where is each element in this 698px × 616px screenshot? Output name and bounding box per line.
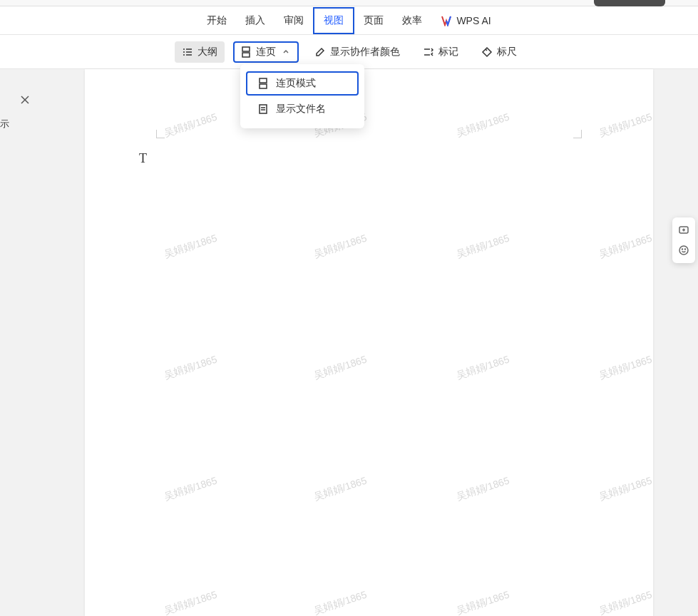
pen-icon xyxy=(314,46,326,58)
continuous-page-dropdown: 连页模式 显示文件名 xyxy=(240,64,364,128)
continuous-mode-label: 连页模式 xyxy=(276,77,316,90)
menu-efficiency[interactable]: 效率 xyxy=(393,9,431,33)
emoji-tool-button[interactable] xyxy=(674,240,694,260)
watermark: 吴娟娟/1865 xyxy=(163,232,219,262)
chevron-up-icon xyxy=(280,46,292,58)
marks-label: 标记 xyxy=(438,46,458,58)
svg-rect-12 xyxy=(260,84,267,88)
top-tabs-bar xyxy=(0,0,698,6)
watermark: 吴娟娟/1865 xyxy=(597,475,653,504)
document-page[interactable]: T 吴娟娟/1865吴娟娟/1865吴娟娟/1865吴娟娟/1865吴娟娟/18… xyxy=(85,69,653,616)
sidebar-label-partial: 示 xyxy=(0,118,9,130)
watermark: 吴娟娟/1865 xyxy=(312,232,369,262)
watermark: 吴娟娟/1865 xyxy=(312,589,369,616)
watermark: 吴娟娟/1865 xyxy=(312,354,369,383)
outline-label: 大纲 xyxy=(197,46,217,58)
menu-review[interactable]: 审阅 xyxy=(274,9,313,33)
left-sidebar: 示 xyxy=(0,69,40,616)
wps-ai-label: WPS AI xyxy=(456,15,491,26)
show-filename-label: 显示文件名 xyxy=(276,103,326,115)
svg-rect-11 xyxy=(260,78,267,83)
svg-point-21 xyxy=(679,246,688,255)
outline-icon xyxy=(182,46,193,58)
svg-line-10 xyxy=(486,49,487,51)
tab-shadow xyxy=(594,0,665,6)
watermark: 吴娟娟/1865 xyxy=(163,589,219,616)
svg-rect-6 xyxy=(242,47,250,51)
watermark: 吴娟娟/1865 xyxy=(597,111,653,140)
svg-rect-7 xyxy=(242,53,250,57)
watermark: 吴娟娟/1865 xyxy=(163,354,219,383)
continuous-page-icon xyxy=(240,46,252,58)
svg-point-22 xyxy=(682,249,683,250)
watermark: 吴娟娟/1865 xyxy=(163,111,219,140)
collab-color-button[interactable]: 显示协作者颜色 xyxy=(307,41,407,63)
continuous-mode-item[interactable]: 连页模式 xyxy=(246,71,359,96)
ruler-button[interactable]: 标尺 xyxy=(474,41,524,63)
document-container: T 吴娟娟/1865吴娟娟/1865吴娟娟/1865吴娟娟/1865吴娟娟/18… xyxy=(40,69,698,616)
continuous-page-label: 连页 xyxy=(256,46,276,58)
main-area: 示 T 吴娟娟/1865吴娟娟/1865吴娟娟/1865吴娟娟/1865吴娟娟/… xyxy=(0,69,698,616)
menu-page[interactable]: 页面 xyxy=(354,9,393,33)
close-sidebar-button[interactable] xyxy=(20,93,30,108)
outline-button[interactable]: 大纲 xyxy=(175,41,225,63)
watermark: 吴娟娟/1865 xyxy=(455,232,511,262)
menu-view[interactable]: 视图 xyxy=(313,7,354,34)
menu-insert[interactable]: 插入 xyxy=(236,9,274,33)
continuous-page-button[interactable]: 连页 xyxy=(233,41,299,63)
floating-tools xyxy=(672,217,695,263)
watermark: 吴娟娟/1865 xyxy=(455,475,511,504)
filename-icon xyxy=(257,103,269,115)
marks-button[interactable]: 标记 xyxy=(416,41,466,63)
ruler-label: 标尺 xyxy=(497,46,517,58)
watermark: 吴娟娟/1865 xyxy=(455,111,511,140)
text-cursor-glyph: T xyxy=(139,151,147,166)
marks-icon xyxy=(423,46,434,58)
watermark: 吴娟娟/1865 xyxy=(597,589,653,616)
collab-color-label: 显示协作者颜色 xyxy=(330,46,400,58)
menu-start[interactable]: 开始 xyxy=(197,9,236,33)
watermark: 吴娟娟/1865 xyxy=(312,475,369,504)
continuous-mode-icon xyxy=(257,78,269,89)
watermark: 吴娟娟/1865 xyxy=(597,232,653,262)
svg-point-23 xyxy=(685,249,686,250)
ruler-icon xyxy=(481,46,493,58)
menu-bar: 开始 插入 审阅 视图 页面 效率 WPS AI xyxy=(0,6,698,35)
page-margin-corner-tl xyxy=(156,130,165,138)
svg-rect-13 xyxy=(260,105,267,113)
watermark: 吴娟娟/1865 xyxy=(455,589,511,616)
show-filename-item[interactable]: 显示文件名 xyxy=(246,97,359,121)
wps-ai-button[interactable]: WPS AI xyxy=(431,9,500,32)
wps-ai-icon xyxy=(441,15,452,26)
watermark: 吴娟娟/1865 xyxy=(163,475,219,504)
watermark: 吴娟娟/1865 xyxy=(597,354,653,383)
watermark: 吴娟娟/1865 xyxy=(455,354,511,383)
comment-tool-button[interactable] xyxy=(674,220,694,240)
page-margin-corner-tr xyxy=(573,130,582,138)
